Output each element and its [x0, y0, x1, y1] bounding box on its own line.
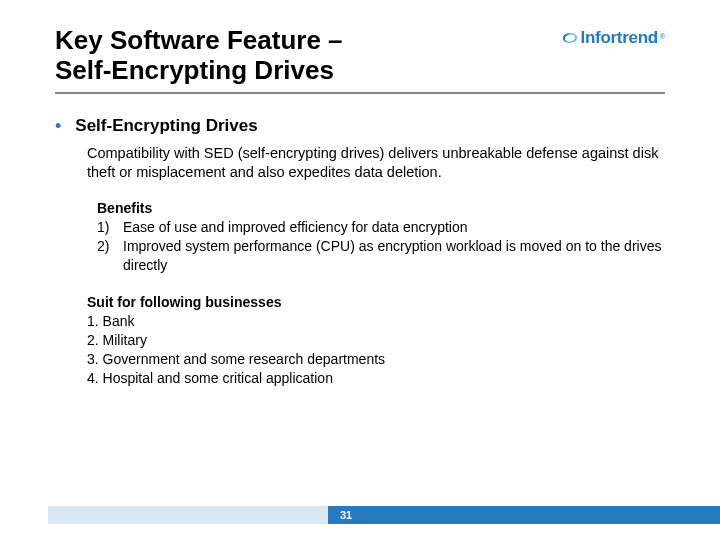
slide-footer: 31 — [0, 506, 720, 524]
footer-gap — [0, 506, 48, 524]
list-item: 1. Bank — [87, 312, 657, 331]
footer-accent-dark: 31 — [328, 506, 720, 524]
list-text: Ease of use and improved efficiency for … — [123, 218, 468, 237]
list-text: Bank — [103, 313, 135, 329]
section-heading: Self-Encrypting Drives — [75, 116, 257, 136]
benefits-heading: Benefits — [97, 199, 665, 218]
list-item: 2. Military — [87, 331, 657, 350]
bullet-icon: • — [55, 117, 61, 135]
registered-mark-icon: ® — [660, 33, 665, 40]
list-text: Military — [103, 332, 147, 348]
brand-logo: Infortrend ® — [561, 28, 665, 48]
list-number: 1) — [97, 218, 123, 237]
list-text: Improved system performance (CPU) as enc… — [123, 237, 665, 275]
slide: Key Software Feature – Self-Encrypting D… — [0, 0, 720, 540]
slide-content: • Self-Encrypting Drives Compatibility w… — [55, 94, 665, 388]
benefits-block: Benefits 1) Ease of use and improved eff… — [97, 199, 665, 275]
section-bullet: • Self-Encrypting Drives — [55, 116, 665, 136]
list-text: Hospital and some critical application — [103, 370, 333, 386]
list-item: 3. Government and some research departme… — [87, 350, 657, 369]
list-item: 2) Improved system performance (CPU) as … — [97, 237, 665, 275]
page-number: 31 — [340, 509, 352, 521]
brand-name: Infortrend — [581, 28, 658, 48]
list-text: Government and some research departments — [103, 351, 385, 367]
infortrend-swirl-icon — [561, 30, 579, 46]
slide-title: Key Software Feature – Self-Encrypting D… — [55, 26, 343, 86]
suit-heading: Suit for following businesses — [87, 293, 657, 312]
slide-header: Key Software Feature – Self-Encrypting D… — [55, 26, 665, 94]
list-item: 1) Ease of use and improved efficiency f… — [97, 218, 665, 237]
title-line-1: Key Software Feature – — [55, 25, 343, 55]
footer-accent-light — [48, 506, 328, 524]
list-item: 4. Hospital and some critical applicatio… — [87, 369, 657, 388]
list-number: 2) — [97, 237, 123, 275]
section-description: Compatibility with SED (self-encrypting … — [87, 144, 665, 182]
suit-block: Suit for following businesses 1. Bank 2.… — [87, 293, 657, 387]
title-line-2: Self-Encrypting Drives — [55, 55, 334, 85]
